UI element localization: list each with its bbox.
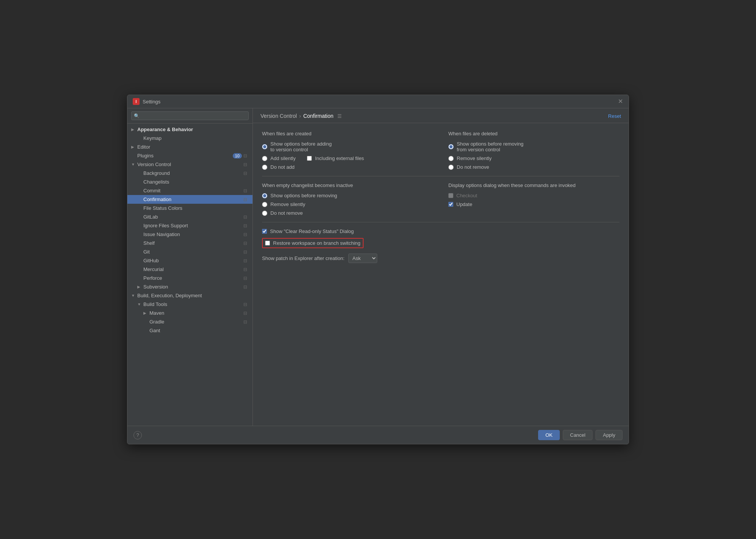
sidebar-item-label: GitLab [143,214,242,220]
changelist-radio-group: Show options before removing Remove sile… [262,193,433,216]
changelist-radio-do-not-remove-label: Do not remove [270,210,303,216]
sidebar-item-label: GitHub [143,258,242,263]
dialog-title: Settings [143,99,160,105]
deleted-radio-do-not-remove[interactable]: Do not remove [448,164,619,170]
help-button[interactable]: ? [133,431,142,439]
sidebar-item-build-tools[interactable]: ▼ Build Tools ⊟ [127,300,253,309]
sidebar-item-github[interactable]: GitHub ⊟ [127,256,253,265]
display-update[interactable]: Update [448,201,619,207]
sidebar-item-label: Editor [137,144,249,150]
created-radio-add-silently[interactable]: Add silently [262,155,295,161]
sidebar-item-subversion[interactable]: ▶ Subversion ⊟ [127,282,253,291]
restore-workspace-label: Restore workspace on branch switching [273,240,361,246]
sidebar-item-label: Subversion [143,284,242,290]
sidebar-item-label: Mercurial [143,266,242,272]
breadcrumb: Version Control › Confirmation ☰ [260,113,342,119]
sidebar-item-changelists[interactable]: Changelists [127,178,253,186]
show-patch-label: Show patch in Explorer after creation: [262,255,345,261]
created-radio-show-label: Show options before addingto version con… [270,141,332,152]
settings-icon: ⊟ [243,223,249,228]
changelist-radio-remove-silently-input[interactable] [262,202,267,207]
sidebar-item-gitlab[interactable]: GitLab ⊟ [127,212,253,221]
changelist-radio-remove-silently-label: Remove silently [270,201,305,207]
sidebar-item-version-control[interactable]: ▼ Version Control ⊟ [127,160,253,169]
deleted-radio-show-input[interactable] [448,144,454,149]
sidebar-item-label: File Status Colors [143,205,249,211]
sidebar-item-keymap[interactable]: Keymap [127,134,253,143]
created-radio-do-not-add-input[interactable] [262,165,267,170]
created-radio-add-silently-input[interactable] [262,156,267,161]
show-clear-readonly[interactable]: Show "Clear Read-only Status" Dialog [262,228,619,234]
sidebar-item-git[interactable]: Git ⊟ [127,247,253,256]
settings-icon: ⊟ [243,319,249,325]
sidebar-item-mercurial[interactable]: Mercurial ⊟ [127,265,253,274]
sidebar-item-editor[interactable]: ▶ Editor [127,143,253,151]
search-input[interactable] [141,113,246,119]
created-radio-show[interactable]: Show options before addingto version con… [262,141,433,152]
sidebar-item-confirmation[interactable]: Confirmation ⊟ [127,195,253,204]
sidebar-item-gradle[interactable]: Gradle ⊟ [127,317,253,326]
display-options-section: Display options dialog when these comman… [448,182,619,216]
sidebar-item-label: Maven [149,310,242,316]
created-section-title: When files are created [262,131,433,136]
deleted-radio-do-not-remove-input[interactable] [448,165,454,170]
changelist-radio-show-label: Show options before removing [270,193,337,198]
search-icon: 🔍 [134,113,140,119]
close-button[interactable]: ✕ [617,98,623,105]
sidebar-item-label: Changelists [143,179,249,185]
created-section: When files are created Show options befo… [262,131,433,170]
sidebar-item-gant[interactable]: Gant [127,326,253,335]
content-header: Version Control › Confirmation ☰ Reset [253,108,629,123]
sidebar-item-background[interactable]: Background ⊟ [127,169,253,178]
including-external-files-input[interactable] [307,156,312,161]
sidebar-item-label: Background [143,170,242,176]
display-checkout[interactable]: Checkout [448,193,619,198]
changelist-radio-do-not-remove[interactable]: Do not remove [262,210,433,216]
sidebar-item-label: Version Control [137,162,242,167]
sidebar-item-shelf[interactable]: Shelf ⊟ [127,239,253,247]
sidebar-item-maven[interactable]: ▶ Maven ⊟ [127,309,253,317]
chevron-icon: ▼ [131,293,136,298]
deleted-radio-show[interactable]: Show options before removingfrom version… [448,141,619,152]
display-update-input[interactable] [448,202,453,207]
sidebar-item-appearance[interactable]: ▶ Appearance & Behavior [127,125,253,134]
deleted-radio-do-not-remove-label: Do not remove [457,164,489,170]
deleted-radio-remove-silently[interactable]: Remove silently [448,155,619,161]
sidebar-item-label: Appearance & Behavior [137,127,249,132]
sidebar-item-label: Gradle [149,319,242,325]
sidebar-item-label: Ignore Files Support [143,223,242,228]
sidebar-item-label: Gant [149,328,249,333]
changelist-radio-do-not-remove-input[interactable] [262,211,267,216]
created-radio-show-input[interactable] [262,144,267,149]
app-icon: I [133,98,140,105]
show-clear-readonly-label: Show "Clear Read-only Status" Dialog [270,228,354,234]
display-checkout-input[interactable] [448,193,453,198]
restore-workspace-input[interactable] [265,241,270,246]
sidebar-item-issue-navigation[interactable]: Issue Navigation ⊟ [127,230,253,239]
created-radio-do-not-add[interactable]: Do not add [262,164,433,170]
sidebar-item-perforce[interactable]: Perforce ⊟ [127,274,253,282]
sidebar-item-plugins[interactable]: Plugins 10 ⊟ [127,151,253,160]
ok-button[interactable]: OK [538,430,560,440]
changelist-radio-show[interactable]: Show options before removing [262,193,433,198]
deleted-radio-remove-silently-input[interactable] [448,156,454,161]
changelist-radio-remove-silently[interactable]: Remove silently [262,201,433,207]
created-radio-do-not-add-label: Do not add [270,164,295,170]
show-clear-readonly-input[interactable] [262,229,267,234]
settings-dialog: I Settings ✕ 🔍 ▶ Appearance & Behavior [127,95,629,444]
display-options-title: Display options dialog when these comman… [448,182,619,188]
show-patch-dropdown[interactable]: Ask Always Never [348,254,377,263]
apply-button[interactable]: Apply [596,430,623,440]
including-external-files[interactable]: Including external files [307,155,364,161]
sidebar-item-commit[interactable]: Commit ⊟ [127,186,253,195]
reset-button[interactable]: Reset [608,113,621,119]
deleted-radio-remove-silently-label: Remove silently [457,155,492,161]
settings-icon: ⊟ [243,276,249,281]
changelist-radio-show-input[interactable] [262,193,267,198]
sidebar-item-label: Commit [143,188,242,193]
search-wrapper: 🔍 [131,111,249,120]
sidebar-item-file-status-colors[interactable]: File Status Colors [127,204,253,212]
cancel-button[interactable]: Cancel [563,430,592,440]
sidebar-item-build-execution[interactable]: ▼ Build, Execution, Deployment [127,291,253,300]
sidebar-item-ignore-files[interactable]: Ignore Files Support ⊟ [127,221,253,230]
